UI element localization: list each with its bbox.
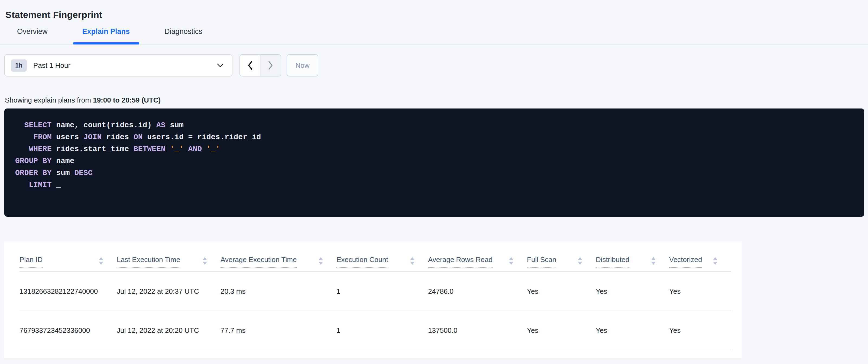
sql-text	[202, 145, 207, 153]
sort-icon[interactable]	[203, 257, 207, 265]
sql-keyword: DESC	[74, 169, 92, 177]
previous-timeframe-button[interactable]	[240, 55, 260, 76]
sql-statement-box: SELECT name, count(rides.id) AS sum FROM…	[4, 109, 864, 217]
cell-last-execution-time: Jul 12, 2022 at 20:37 UTC	[117, 287, 220, 296]
time-range-dropdown[interactable]: 1h Past 1 Hour	[4, 54, 232, 77]
sort-up-arrow-icon	[578, 257, 582, 260]
tab-list: Overview Explain Plans Diagnostics	[8, 27, 212, 44]
cell-distributed: Yes	[596, 326, 669, 335]
sql-text: rides	[101, 133, 133, 141]
status-line-range: 19:00 to 20:59 (UTC)	[93, 96, 161, 104]
column-header-last-execution-time[interactable]: Last Execution Time	[117, 255, 220, 272]
column-header-vectorized[interactable]: Vectorized	[669, 255, 731, 272]
sort-icon[interactable]	[578, 257, 582, 265]
column-header-average-execution-time[interactable]: Average Execution Time	[220, 255, 337, 272]
table-header-row: Plan IDLast Execution TimeAverage Execut…	[20, 242, 731, 272]
cell-vectorized: Yes	[669, 326, 731, 335]
table-body: 13182663282122740000Jul 12, 2022 at 20:3…	[20, 272, 731, 350]
sql-text	[165, 145, 170, 153]
cell-plan-id: 767933723452336000	[20, 326, 117, 335]
time-range-label: Past 1 Hour	[33, 61, 217, 70]
column-header-distributed[interactable]: Distributed	[596, 255, 669, 272]
sql-keyword: SELECT	[24, 121, 52, 130]
sql-text: sum	[52, 169, 74, 177]
column-header-execution-count[interactable]: Execution Count	[337, 255, 428, 272]
sort-icon[interactable]	[99, 257, 103, 265]
sql-string-literal: '_'	[207, 145, 220, 153]
cell-plan-id: 13182663282122740000	[20, 287, 117, 296]
sql-text: users.id = rides.rider_id	[143, 133, 261, 141]
sort-up-arrow-icon	[509, 257, 514, 260]
column-header-full-scan[interactable]: Full Scan	[527, 255, 596, 272]
column-header-average-rows-read[interactable]: Average Rows Read	[428, 255, 527, 272]
cell-last-execution-time: Jul 12, 2022 at 20:20 UTC	[117, 326, 220, 335]
sort-down-arrow-icon	[578, 262, 582, 265]
sql-text	[15, 133, 33, 141]
sort-down-arrow-icon	[99, 262, 103, 265]
table-row: 13182663282122740000Jul 12, 2022 at 20:3…	[20, 272, 731, 311]
sql-text: rides.start_time	[52, 145, 133, 153]
sort-icon[interactable]	[318, 257, 323, 265]
tab-overview[interactable]: Overview	[8, 27, 57, 44]
sort-up-arrow-icon	[651, 257, 656, 260]
sql-text: name, count(rides.id)	[52, 121, 156, 130]
chevron-right-icon	[268, 60, 274, 71]
status-line-prefix: Showing explain plans from	[5, 96, 93, 104]
cell-average-rows-read: 24786.0	[428, 287, 527, 296]
sort-up-arrow-icon	[99, 257, 103, 260]
sort-icon[interactable]	[410, 257, 414, 265]
cell-execution-count: 1	[337, 326, 428, 335]
sort-up-arrow-icon	[318, 257, 323, 260]
sort-down-arrow-icon	[410, 262, 414, 265]
sort-icon[interactable]	[713, 257, 717, 265]
column-header-label: Last Execution Time	[117, 255, 180, 268]
sort-up-arrow-icon	[713, 257, 717, 260]
sort-icon[interactable]	[651, 257, 656, 265]
tab-diagnostics[interactable]: Diagnostics	[155, 27, 212, 44]
sort-down-arrow-icon	[203, 262, 207, 265]
sort-up-arrow-icon	[203, 257, 207, 260]
sql-text	[15, 145, 29, 153]
tab-bar: Overview Explain Plans Diagnostics	[0, 0, 868, 45]
sql-keyword: WHERE	[29, 145, 52, 153]
sort-icon[interactable]	[509, 257, 514, 265]
sql-keyword: FROM	[33, 133, 52, 141]
sql-text: sum	[165, 121, 184, 130]
cell-distributed: Yes	[596, 287, 669, 296]
cell-full-scan: Yes	[527, 287, 596, 296]
next-timeframe-button[interactable]	[260, 55, 281, 76]
sort-down-arrow-icon	[713, 262, 717, 265]
cell-average-execution-time: 77.7 ms	[220, 326, 337, 335]
sort-down-arrow-icon	[318, 262, 323, 265]
chevron-left-icon	[247, 60, 253, 71]
sql-keyword: GROUP BY	[15, 157, 52, 165]
cell-vectorized: Yes	[669, 287, 731, 296]
time-controls: 1h Past 1 Hour Now	[4, 54, 318, 77]
column-header-label: Vectorized	[669, 255, 702, 268]
sort-down-arrow-icon	[509, 262, 514, 265]
sort-down-arrow-icon	[651, 262, 656, 265]
column-header-label: Full Scan	[527, 255, 556, 268]
sql-statement-text: SELECT name, count(rides.id) AS sum FROM…	[15, 119, 854, 191]
column-header-plan-id[interactable]: Plan ID	[20, 255, 117, 272]
sort-up-arrow-icon	[410, 257, 414, 260]
sql-keyword: ORDER BY	[15, 169, 52, 177]
sql-keyword: JOIN	[84, 133, 101, 141]
sql-text	[184, 145, 188, 153]
cell-full-scan: Yes	[527, 326, 596, 335]
table-row: 767933723452336000Jul 12, 2022 at 20:20 …	[20, 311, 731, 350]
column-header-label: Execution Count	[337, 255, 388, 268]
cell-average-rows-read: 137500.0	[428, 326, 527, 335]
sql-text	[15, 180, 29, 189]
sql-keyword: AND	[188, 145, 202, 153]
now-button[interactable]: Now	[287, 54, 318, 77]
sql-keyword: BETWEEN	[133, 145, 165, 153]
column-header-label: Average Execution Time	[220, 255, 297, 268]
chevron-down-icon	[217, 63, 224, 67]
tab-explain-plans[interactable]: Explain Plans	[73, 27, 140, 44]
status-line: Showing explain plans from 19:00 to 20:5…	[5, 96, 161, 105]
sql-keyword: ON	[133, 133, 143, 141]
sql-text: _	[52, 180, 61, 189]
time-range-badge: 1h	[11, 59, 27, 72]
time-step-button-group	[240, 54, 281, 77]
